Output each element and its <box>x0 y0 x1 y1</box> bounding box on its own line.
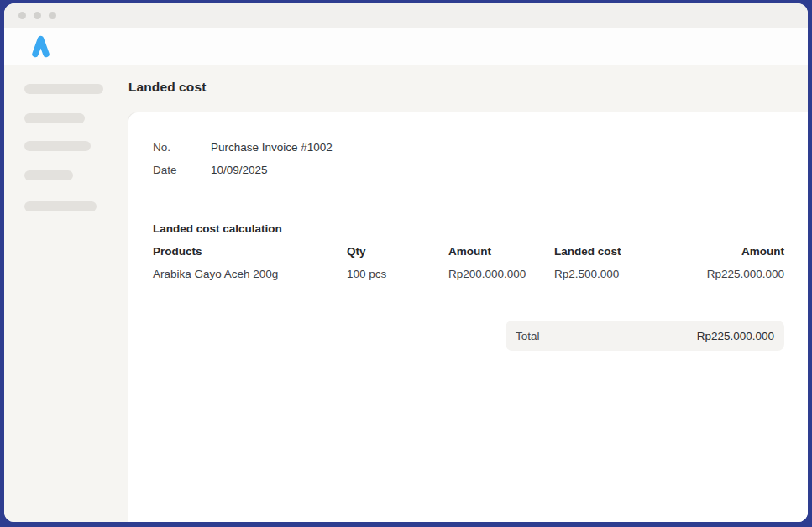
column-header-total-amount: Amount <box>655 240 784 263</box>
invoice-date-label: Date <box>153 159 211 181</box>
invoice-number-label: No. <box>153 136 211 159</box>
column-header-amount: Amount <box>448 240 554 263</box>
table-header-row: Products Qty Amount Landed cost Amount <box>153 240 784 263</box>
app-logo-icon[interactable] <box>31 35 50 58</box>
invoice-card: No. Purchase Invoice #1002 Date 10/09/20… <box>128 112 808 522</box>
invoice-number-row: No. Purchase Invoice #1002 <box>153 136 784 159</box>
section-title: Landed cost calculation <box>153 217 784 240</box>
sidebar-skeleton-item <box>24 141 91 151</box>
product-name-cell: Arabika Gayo Aceh 200g <box>153 263 347 285</box>
page-content: Landed cost No. Purchase Invoice #1002 D… <box>4 65 808 522</box>
landed-cost-cell: Rp2.500.000 <box>554 263 655 285</box>
total-value: Rp225.000.000 <box>697 330 774 342</box>
window-control-dot-3[interactable] <box>49 12 56 19</box>
total-amount-cell: Rp225.000.000 <box>655 263 784 285</box>
app-window: Landed cost No. Purchase Invoice #1002 D… <box>4 3 808 522</box>
column-header-qty: Qty <box>347 240 448 263</box>
sidebar-skeleton-item <box>24 201 97 211</box>
table-row: Arabika Gayo Aceh 200g 100 pcs Rp200.000… <box>153 263 784 285</box>
column-header-products: Products <box>153 240 347 263</box>
invoice-date-row: Date 10/09/2025 <box>153 159 784 181</box>
sidebar-skeleton-item <box>24 170 73 180</box>
window-titlebar <box>4 3 808 28</box>
window-control-dot-1[interactable] <box>18 12 26 19</box>
sidebar-skeleton-item <box>24 84 103 94</box>
amount-cell: Rp200.000.000 <box>448 263 554 285</box>
invoice-number-value: Purchase Invoice #1002 <box>211 136 333 159</box>
window-control-dot-2[interactable] <box>34 12 41 19</box>
invoice-date-value: 10/09/2025 <box>211 159 268 181</box>
page-title: Landed cost <box>128 80 206 95</box>
app-header-bar <box>4 28 808 65</box>
column-header-landed-cost: Landed cost <box>554 240 655 263</box>
total-label: Total <box>516 330 540 342</box>
sidebar-skeleton-item <box>24 113 85 123</box>
qty-cell: 100 pcs <box>347 263 448 285</box>
total-row: Total Rp225.000.000 <box>506 321 784 351</box>
